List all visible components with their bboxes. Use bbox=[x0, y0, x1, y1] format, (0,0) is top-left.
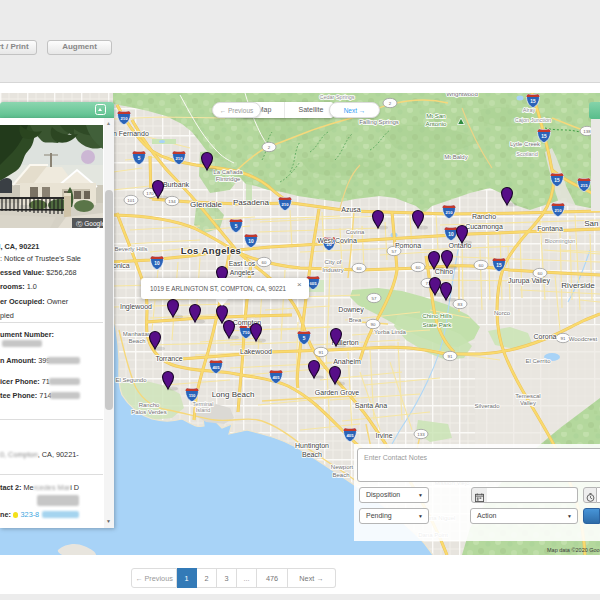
svg-text:134: 134 bbox=[168, 199, 176, 204]
svg-text:15: 15 bbox=[496, 263, 502, 268]
svg-text:Newport: Newport bbox=[331, 464, 354, 470]
svg-text:Chino Hills: Chino Hills bbox=[422, 312, 452, 319]
svg-text:Anaheim: Anaheim bbox=[333, 358, 361, 365]
svg-text:Ⓒ Google: Ⓒ Google bbox=[76, 220, 103, 228]
svg-text:15: 15 bbox=[541, 134, 547, 139]
svg-text:90: 90 bbox=[371, 322, 376, 327]
svg-text:210: 210 bbox=[176, 156, 184, 161]
svg-text:Riverside: Riverside bbox=[561, 281, 595, 290]
svg-text:Beach: Beach bbox=[128, 338, 145, 344]
svg-text:Scotland: Scotland bbox=[516, 151, 537, 157]
svg-text:Industry: Industry bbox=[322, 267, 343, 273]
svg-text:San Bernardino: San Bernardino bbox=[584, 219, 600, 228]
svg-text:15: 15 bbox=[554, 178, 560, 183]
svg-text:Woodcrest: Woodcrest bbox=[569, 336, 598, 342]
svg-text:Lakewood: Lakewood bbox=[240, 348, 272, 355]
svg-text:Pasadena: Pasadena bbox=[233, 198, 270, 207]
svg-text:210: 210 bbox=[446, 210, 454, 215]
svg-text:n Fernando: n Fernando bbox=[113, 130, 149, 137]
svg-text:215: 215 bbox=[581, 183, 589, 188]
svg-text:Huntington: Huntington bbox=[295, 442, 329, 450]
svg-text:57: 57 bbox=[392, 249, 397, 254]
svg-text:138: 138 bbox=[583, 129, 591, 134]
svg-text:Rancho: Rancho bbox=[472, 213, 496, 220]
svg-text:Angeles: Angeles bbox=[230, 269, 255, 277]
svg-text:Yorba Linda: Yorba Linda bbox=[374, 329, 406, 335]
svg-text:Cajon Junction: Cajon Junction bbox=[515, 117, 551, 123]
svg-text:Los Angeles: Los Angeles bbox=[181, 245, 242, 256]
svg-text:Flintridge: Flintridge bbox=[216, 176, 241, 182]
svg-text:91: 91 bbox=[448, 354, 453, 359]
svg-text:Rancho: Rancho bbox=[139, 402, 160, 408]
svg-text:60: 60 bbox=[538, 271, 543, 276]
svg-text:170: 170 bbox=[146, 191, 154, 196]
svg-text:Irvine: Irvine bbox=[375, 432, 392, 439]
svg-text:60: 60 bbox=[357, 266, 362, 271]
svg-text:Lytle Creek: Lytle Creek bbox=[510, 141, 541, 147]
svg-text:Azusa: Azusa bbox=[341, 206, 361, 213]
svg-text:Antonio: Antonio bbox=[426, 120, 448, 127]
svg-text:El Cerrito: El Cerrito bbox=[525, 358, 551, 364]
svg-text:Valley: Valley bbox=[520, 400, 536, 406]
svg-text:Mt San: Mt San bbox=[426, 112, 446, 119]
svg-text:onica: onica bbox=[113, 262, 130, 269]
svg-text:5: 5 bbox=[303, 336, 306, 341]
svg-text:Alray: Alray bbox=[523, 107, 536, 113]
svg-text:15: 15 bbox=[530, 99, 536, 104]
svg-text:405: 405 bbox=[273, 375, 281, 380]
svg-text:10: 10 bbox=[248, 239, 254, 244]
svg-text:El Segundo: El Segundo bbox=[115, 377, 147, 383]
svg-text:Cucamonga: Cucamonga bbox=[465, 223, 503, 231]
svg-text:Beverly Hills: Beverly Hills bbox=[114, 246, 147, 252]
svg-text:83: 83 bbox=[458, 302, 463, 307]
svg-text:Wrightwood: Wrightwood bbox=[446, 93, 478, 97]
svg-text:Glendale: Glendale bbox=[190, 200, 223, 209]
svg-text:East Los: East Los bbox=[229, 260, 256, 267]
svg-text:57: 57 bbox=[372, 296, 377, 301]
svg-text:State Park: State Park bbox=[423, 321, 453, 328]
svg-text:405: 405 bbox=[213, 365, 221, 370]
svg-text:Corona: Corona bbox=[534, 333, 557, 340]
svg-text:110: 110 bbox=[189, 393, 196, 398]
svg-text:Palos Verdes: Palos Verdes bbox=[131, 409, 166, 415]
svg-text:60: 60 bbox=[262, 260, 267, 265]
svg-text:10: 10 bbox=[154, 261, 160, 266]
svg-text:Fontana: Fontana bbox=[537, 225, 563, 232]
svg-text:Garden Grove: Garden Grove bbox=[315, 389, 359, 396]
svg-text:710: 710 bbox=[243, 330, 251, 335]
svg-text:405: 405 bbox=[347, 433, 355, 438]
svg-text:Beach: Beach bbox=[332, 472, 349, 478]
svg-text:91: 91 bbox=[319, 350, 324, 355]
svg-text:Jurupa Valley: Jurupa Valley bbox=[508, 277, 550, 285]
svg-text:60: 60 bbox=[416, 265, 421, 270]
svg-text:605: 605 bbox=[310, 281, 318, 286]
svg-text:Island: Island bbox=[196, 407, 211, 413]
svg-text:Santa Ana: Santa Ana bbox=[355, 402, 387, 409]
svg-text:Covina: Covina bbox=[346, 229, 365, 235]
svg-text:Downey: Downey bbox=[338, 306, 364, 314]
svg-text:Pomona: Pomona bbox=[395, 242, 421, 249]
svg-text:210: 210 bbox=[282, 202, 290, 207]
svg-text:Manhattan: Manhattan bbox=[123, 331, 151, 337]
svg-text:210: 210 bbox=[121, 116, 129, 121]
svg-text:5: 5 bbox=[235, 224, 238, 229]
svg-text:5: 5 bbox=[138, 156, 141, 161]
svg-text:91: 91 bbox=[561, 336, 566, 341]
svg-text:60: 60 bbox=[479, 263, 484, 268]
svg-text:10: 10 bbox=[448, 232, 454, 237]
svg-text:Temescal: Temescal bbox=[515, 393, 540, 399]
svg-text:Beach: Beach bbox=[302, 451, 322, 458]
svg-text:133: 133 bbox=[417, 432, 425, 437]
svg-text:Torrance: Torrance bbox=[155, 355, 182, 362]
svg-text:Cedar Springs: Cedar Springs bbox=[319, 94, 354, 100]
svg-text:Brea: Brea bbox=[349, 317, 362, 323]
svg-text:La Cañada: La Cañada bbox=[213, 169, 243, 175]
svg-text:210: 210 bbox=[555, 208, 563, 213]
svg-text:101: 101 bbox=[127, 198, 135, 203]
svg-text:Norco: Norco bbox=[494, 310, 511, 316]
svg-text:Burbank: Burbank bbox=[163, 181, 190, 188]
svg-text:Silverado: Silverado bbox=[474, 403, 500, 409]
svg-text:Long Beach: Long Beach bbox=[212, 390, 255, 399]
svg-text:City of: City of bbox=[324, 259, 341, 265]
svg-text:Falling Springs: Falling Springs bbox=[359, 119, 399, 125]
